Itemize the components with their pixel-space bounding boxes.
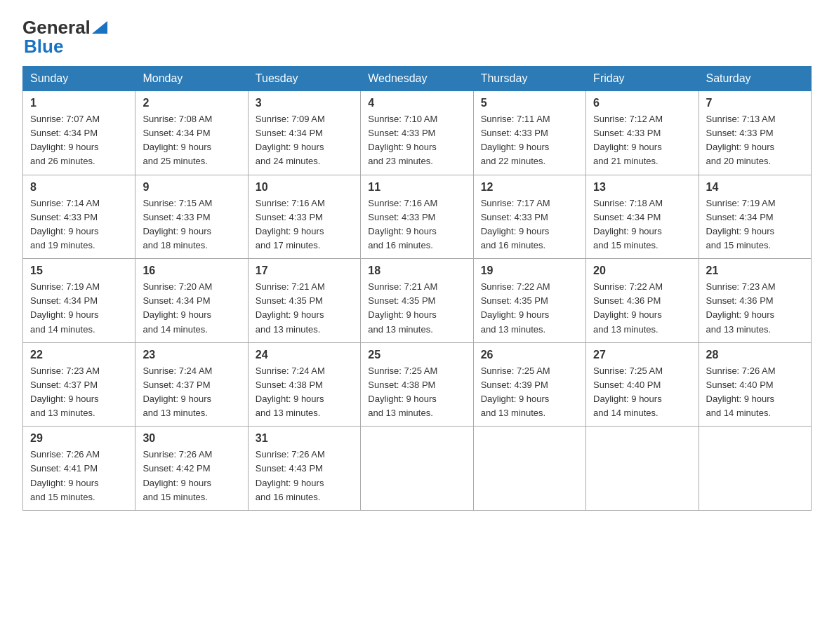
day-info: Sunrise: 7:10 AMSunset: 4:33 PMDaylight:…: [368, 112, 465, 169]
day-info: Sunrise: 7:14 AMSunset: 4:33 PMDaylight:…: [30, 196, 128, 253]
table-row: 29Sunrise: 7:26 AMSunset: 4:41 PMDayligh…: [23, 427, 135, 511]
day-info: Sunrise: 7:26 AMSunset: 4:40 PMDaylight:…: [706, 364, 804, 421]
day-info: Sunrise: 7:23 AMSunset: 4:36 PMDaylight:…: [706, 280, 804, 337]
day-info: Sunrise: 7:19 AMSunset: 4:34 PMDaylight:…: [706, 196, 804, 253]
col-monday: Monday: [135, 67, 248, 91]
table-row: [699, 427, 811, 511]
table-row: [361, 427, 473, 511]
table-row: 3Sunrise: 7:09 AMSunset: 4:34 PMDaylight…: [248, 91, 360, 175]
table-row: 12Sunrise: 7:17 AMSunset: 4:33 PMDayligh…: [473, 175, 585, 259]
day-info: Sunrise: 7:13 AMSunset: 4:33 PMDaylight:…: [706, 112, 804, 169]
table-row: 26Sunrise: 7:25 AMSunset: 4:39 PMDayligh…: [473, 342, 585, 427]
day-number: 20: [593, 264, 691, 277]
day-number: 31: [256, 432, 353, 445]
table-row: 8Sunrise: 7:14 AMSunset: 4:33 PMDaylight…: [23, 175, 135, 259]
day-number: 12: [481, 181, 578, 194]
day-info: Sunrise: 7:24 AMSunset: 4:37 PMDaylight:…: [143, 364, 240, 421]
table-row: 6Sunrise: 7:12 AMSunset: 4:33 PMDaylight…: [586, 91, 699, 175]
table-row: 19Sunrise: 7:22 AMSunset: 4:35 PMDayligh…: [473, 259, 585, 343]
day-info: Sunrise: 7:26 AMSunset: 4:43 PMDaylight:…: [256, 448, 353, 504]
day-info: Sunrise: 7:18 AMSunset: 4:34 PMDaylight:…: [593, 196, 691, 253]
day-info: Sunrise: 7:19 AMSunset: 4:34 PMDaylight:…: [30, 280, 128, 337]
day-info: Sunrise: 7:11 AMSunset: 4:33 PMDaylight:…: [481, 112, 578, 169]
day-number: 15: [30, 264, 128, 277]
day-info: Sunrise: 7:16 AMSunset: 4:33 PMDaylight:…: [368, 196, 465, 253]
day-info: Sunrise: 7:22 AMSunset: 4:36 PMDaylight:…: [593, 280, 691, 337]
table-row: 20Sunrise: 7:22 AMSunset: 4:36 PMDayligh…: [586, 259, 699, 343]
table-row: 31Sunrise: 7:26 AMSunset: 4:43 PMDayligh…: [248, 427, 360, 511]
day-info: Sunrise: 7:12 AMSunset: 4:33 PMDaylight:…: [593, 112, 691, 169]
calendar-week-row: 22Sunrise: 7:23 AMSunset: 4:37 PMDayligh…: [23, 342, 812, 427]
day-number: 1: [30, 97, 128, 109]
day-number: 2: [143, 97, 240, 109]
day-number: 5: [481, 97, 578, 109]
table-row: [586, 427, 699, 511]
svg-marker-0: [92, 21, 107, 34]
table-row: 16Sunrise: 7:20 AMSunset: 4:34 PMDayligh…: [135, 259, 248, 343]
day-info: Sunrise: 7:21 AMSunset: 4:35 PMDaylight:…: [256, 280, 353, 337]
day-number: 10: [256, 181, 353, 194]
day-number: 23: [143, 349, 240, 361]
calendar-week-row: 15Sunrise: 7:19 AMSunset: 4:34 PMDayligh…: [23, 259, 812, 343]
day-number: 28: [706, 349, 804, 361]
day-number: 26: [481, 349, 578, 361]
day-number: 30: [143, 432, 240, 445]
day-info: Sunrise: 7:22 AMSunset: 4:35 PMDaylight:…: [481, 280, 578, 337]
table-row: 23Sunrise: 7:24 AMSunset: 4:37 PMDayligh…: [135, 342, 248, 427]
day-info: Sunrise: 7:09 AMSunset: 4:34 PMDaylight:…: [256, 112, 353, 169]
day-number: 27: [593, 349, 691, 361]
day-number: 25: [368, 349, 465, 361]
col-friday: Friday: [586, 67, 699, 91]
day-info: Sunrise: 7:08 AMSunset: 4:34 PMDaylight:…: [143, 112, 240, 169]
day-info: Sunrise: 7:25 AMSunset: 4:38 PMDaylight:…: [368, 364, 465, 421]
day-info: Sunrise: 7:15 AMSunset: 4:33 PMDaylight:…: [143, 196, 240, 253]
col-sunday: Sunday: [23, 67, 135, 91]
day-info: Sunrise: 7:07 AMSunset: 4:34 PMDaylight:…: [30, 112, 128, 169]
table-row: 30Sunrise: 7:26 AMSunset: 4:42 PMDayligh…: [135, 427, 248, 511]
day-number: 18: [368, 264, 465, 277]
col-thursday: Thursday: [473, 67, 585, 91]
day-number: 14: [706, 181, 804, 194]
logo-blue: Blue: [22, 36, 63, 58]
day-info: Sunrise: 7:17 AMSunset: 4:33 PMDaylight:…: [481, 196, 578, 253]
day-number: 8: [30, 181, 128, 194]
logo: General Blue: [22, 17, 107, 58]
day-number: 24: [256, 349, 353, 361]
calendar-table: Sunday Monday Tuesday Wednesday Thursday…: [22, 66, 812, 511]
table-row: 15Sunrise: 7:19 AMSunset: 4:34 PMDayligh…: [23, 259, 135, 343]
page-header: General Blue: [22, 17, 812, 58]
day-number: 3: [256, 97, 353, 109]
logo-triangle-icon: [92, 21, 107, 34]
table-row: 7Sunrise: 7:13 AMSunset: 4:33 PMDaylight…: [699, 91, 811, 175]
table-row: 2Sunrise: 7:08 AMSunset: 4:34 PMDaylight…: [135, 91, 248, 175]
col-saturday: Saturday: [699, 67, 811, 91]
day-number: 17: [256, 264, 353, 277]
table-row: 1Sunrise: 7:07 AMSunset: 4:34 PMDaylight…: [23, 91, 135, 175]
day-info: Sunrise: 7:25 AMSunset: 4:40 PMDaylight:…: [593, 364, 691, 421]
day-info: Sunrise: 7:25 AMSunset: 4:39 PMDaylight:…: [481, 364, 578, 421]
table-row: [473, 427, 585, 511]
day-info: Sunrise: 7:21 AMSunset: 4:35 PMDaylight:…: [368, 280, 465, 337]
table-row: 25Sunrise: 7:25 AMSunset: 4:38 PMDayligh…: [361, 342, 473, 427]
day-number: 16: [143, 264, 240, 277]
table-row: 5Sunrise: 7:11 AMSunset: 4:33 PMDaylight…: [473, 91, 585, 175]
calendar-week-row: 1Sunrise: 7:07 AMSunset: 4:34 PMDaylight…: [23, 91, 812, 175]
day-info: Sunrise: 7:26 AMSunset: 4:42 PMDaylight:…: [143, 448, 240, 504]
table-row: 21Sunrise: 7:23 AMSunset: 4:36 PMDayligh…: [699, 259, 811, 343]
table-row: 11Sunrise: 7:16 AMSunset: 4:33 PMDayligh…: [361, 175, 473, 259]
day-number: 22: [30, 349, 128, 361]
day-number: 21: [706, 264, 804, 277]
day-info: Sunrise: 7:24 AMSunset: 4:38 PMDaylight:…: [256, 364, 353, 421]
calendar-header-row: Sunday Monday Tuesday Wednesday Thursday…: [23, 67, 812, 91]
table-row: 4Sunrise: 7:10 AMSunset: 4:33 PMDaylight…: [361, 91, 473, 175]
day-number: 9: [143, 181, 240, 194]
day-number: 11: [368, 181, 465, 194]
table-row: 22Sunrise: 7:23 AMSunset: 4:37 PMDayligh…: [23, 342, 135, 427]
table-row: 9Sunrise: 7:15 AMSunset: 4:33 PMDaylight…: [135, 175, 248, 259]
day-number: 13: [593, 181, 691, 194]
day-number: 19: [481, 264, 578, 277]
calendar-week-row: 29Sunrise: 7:26 AMSunset: 4:41 PMDayligh…: [23, 427, 812, 511]
day-number: 4: [368, 97, 465, 109]
table-row: 18Sunrise: 7:21 AMSunset: 4:35 PMDayligh…: [361, 259, 473, 343]
table-row: 17Sunrise: 7:21 AMSunset: 4:35 PMDayligh…: [248, 259, 360, 343]
